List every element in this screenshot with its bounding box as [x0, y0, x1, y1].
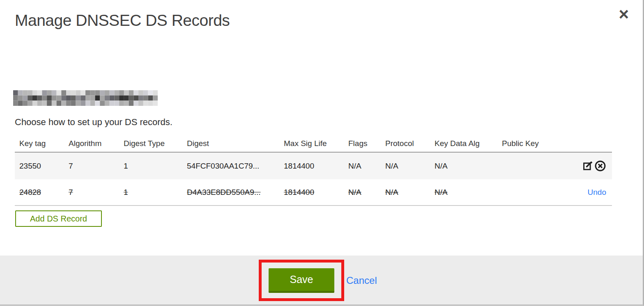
cell-flags: N/A — [344, 162, 381, 171]
edit-icon — [582, 160, 593, 171]
undo-link[interactable]: Undo — [588, 188, 606, 197]
col-header-digest: Digest — [182, 139, 279, 148]
cell-digest-type: 1 — [119, 188, 182, 197]
col-header-public-key: Public Key — [497, 139, 577, 148]
table-row: 23550 7 1 54FCF030AA1C79... 1814400 N/A … — [15, 153, 612, 179]
delete-circle-x-icon — [594, 160, 606, 172]
cell-key-data-alg: N/A — [430, 162, 497, 171]
col-header-key-data-alg: Key Data Alg — [430, 139, 497, 148]
row-actions — [577, 160, 612, 172]
cell-key-data-alg: N/A — [430, 188, 497, 197]
table-row: 24828 7 1 D4A33E8DD550A9... 1814400 N/A … — [15, 179, 612, 206]
cell-protocol: N/A — [381, 162, 430, 171]
modal-footer: Save Cancel — [0, 256, 643, 304]
row-actions: Undo — [577, 188, 612, 197]
ds-records-table: Key tag Algorithm Digest Type Digest Max… — [15, 135, 612, 206]
cell-digest: 54FCF030AA1C79... — [182, 162, 279, 171]
cell-digest-type: 1 — [119, 162, 182, 171]
delete-record-button[interactable] — [594, 160, 606, 172]
add-ds-record-button[interactable]: Add DS Record — [15, 210, 102, 227]
col-header-protocol: Protocol — [381, 139, 430, 148]
manage-dnssec-modal: Manage DNSSEC DS Records × Choose how to… — [0, 0, 644, 306]
cell-key-tag: 23550 — [15, 162, 64, 171]
cell-protocol: N/A — [381, 188, 430, 197]
redacted-domain-name — [13, 90, 158, 106]
col-header-flags: Flags — [344, 139, 381, 148]
close-icon[interactable]: × — [619, 6, 629, 23]
red-annotation-box: Save — [259, 260, 344, 301]
col-header-max-sig-life: Max Sig Life — [279, 139, 344, 148]
col-header-algorithm: Algorithm — [64, 139, 119, 148]
col-header-digest-type: Digest Type — [119, 139, 182, 148]
cell-flags: N/A — [344, 188, 381, 197]
cancel-link[interactable]: Cancel — [346, 275, 377, 286]
cell-max-sig-life: 1814400 — [279, 188, 344, 197]
cell-algorithm: 7 — [64, 188, 119, 197]
col-header-key-tag: Key tag — [15, 139, 64, 148]
cell-digest: D4A33E8DD550A9... — [182, 188, 279, 197]
edit-record-button[interactable] — [582, 160, 593, 171]
cell-algorithm: 7 — [64, 162, 119, 171]
instruction-text: Choose how to set up your DS records. — [15, 117, 172, 128]
table-header-row: Key tag Algorithm Digest Type Digest Max… — [15, 135, 612, 153]
cell-key-tag: 24828 — [15, 188, 64, 197]
page-title: Manage DNSSEC DS Records — [15, 11, 230, 30]
cell-max-sig-life: 1814400 — [279, 162, 344, 171]
save-button[interactable]: Save — [269, 268, 334, 293]
